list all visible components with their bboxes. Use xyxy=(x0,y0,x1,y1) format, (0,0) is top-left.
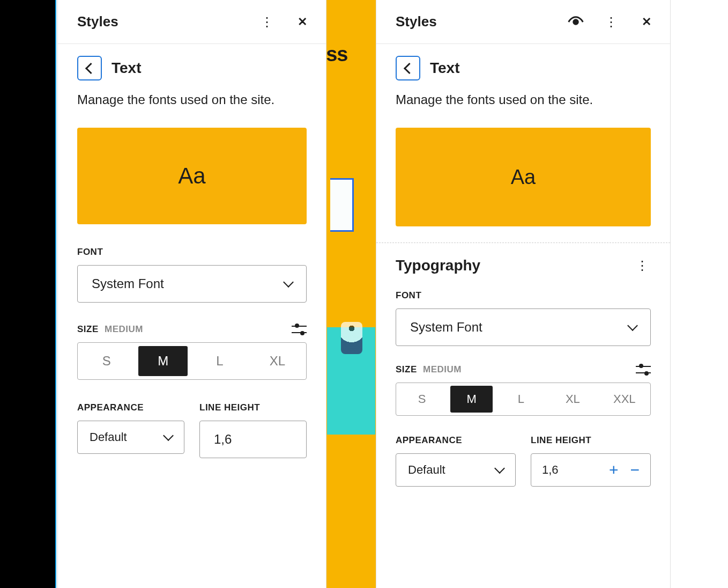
typography-preview: Aa xyxy=(396,128,651,226)
custom-size-icon[interactable] xyxy=(636,364,651,375)
typography-preview: Aa xyxy=(77,128,307,224)
lineheight-value: 1,6 xyxy=(542,463,559,477)
size-option-xl[interactable]: XL xyxy=(249,343,306,379)
size-option-m[interactable]: M xyxy=(450,386,492,413)
appearance-label: Appearance xyxy=(77,402,184,413)
lineheight-input[interactable]: 1,6 + − xyxy=(531,453,651,487)
appearance-label: Appearance xyxy=(396,435,516,446)
font-select-value: System Font xyxy=(410,320,482,335)
more-menu-icon[interactable] xyxy=(603,13,620,31)
size-label: Size Medium xyxy=(396,364,462,375)
breadcrumb: Text xyxy=(77,56,307,80)
appearance-select[interactable]: Default xyxy=(77,421,184,454)
size-segmented-control[interactable]: SMLXL xyxy=(77,342,307,380)
font-select-value: System Font xyxy=(92,276,164,291)
chevron-down-icon xyxy=(496,468,503,472)
close-icon[interactable] xyxy=(294,13,311,31)
lineheight-input[interactable]: 1,6 xyxy=(199,421,307,458)
panel-header: Styles xyxy=(58,0,326,44)
lineheight-decrement-button[interactable]: − xyxy=(630,462,640,478)
lineheight-increment-button[interactable]: + xyxy=(609,462,619,478)
bg-outline-box xyxy=(330,178,354,232)
section-divider xyxy=(376,242,670,243)
appearance-select[interactable]: Default xyxy=(396,453,516,487)
back-button[interactable] xyxy=(396,56,420,80)
size-option-m[interactable]: M xyxy=(138,346,188,376)
size-option-l[interactable]: L xyxy=(191,343,248,379)
size-label: Size Medium xyxy=(77,324,143,335)
panel-title: Styles xyxy=(396,13,437,30)
size-segmented-control[interactable]: SMLXLXXL xyxy=(396,383,651,416)
styles-panel-left: Styles Text Manage the fonts used on the… xyxy=(57,0,326,588)
chevron-left-icon xyxy=(85,64,95,72)
typography-section-title: Typography xyxy=(396,257,480,274)
chevron-left-icon xyxy=(403,64,413,72)
chevron-down-icon xyxy=(165,435,172,439)
styles-panel-right: Styles Text Manage the fonts used on the… xyxy=(376,0,671,588)
size-option-l[interactable]: L xyxy=(495,383,547,415)
svg-point-0 xyxy=(574,19,578,24)
appearance-value: Default xyxy=(408,463,445,477)
breadcrumb: Text xyxy=(396,56,651,80)
breadcrumb-title: Text xyxy=(430,60,460,77)
size-option-xl[interactable]: XL xyxy=(547,383,598,415)
lineheight-label: Line Height xyxy=(531,435,651,446)
size-option-s[interactable]: S xyxy=(78,343,135,379)
chevron-down-icon xyxy=(629,325,636,329)
bg-illustration xyxy=(341,322,362,354)
close-icon[interactable] xyxy=(638,13,655,31)
typography-options-icon[interactable] xyxy=(634,257,651,274)
custom-size-icon[interactable] xyxy=(292,324,307,335)
panel-title: Styles xyxy=(77,13,118,30)
panel-header: Styles xyxy=(376,0,670,44)
lineheight-label: Line Height xyxy=(199,402,307,413)
panel-description: Manage the fonts used on the site. xyxy=(396,91,651,108)
font-label: Font xyxy=(396,290,651,301)
bg-black-strip xyxy=(0,0,56,588)
font-select[interactable]: System Font xyxy=(77,265,307,303)
panel-description: Manage the fonts used on the site. xyxy=(77,91,307,108)
chevron-down-icon xyxy=(285,282,292,286)
bg-orange-strip xyxy=(325,0,376,588)
font-select[interactable]: System Font xyxy=(396,308,651,346)
font-label: Font xyxy=(77,247,307,258)
back-button[interactable] xyxy=(77,56,102,80)
size-option-xxl[interactable]: XXL xyxy=(599,383,650,415)
more-menu-icon[interactable] xyxy=(258,13,276,31)
style-book-icon[interactable] xyxy=(567,13,584,31)
appearance-value: Default xyxy=(90,430,127,444)
size-option-s[interactable]: S xyxy=(396,383,448,415)
breadcrumb-title: Text xyxy=(112,60,142,77)
lineheight-value: 1,6 xyxy=(214,432,232,447)
